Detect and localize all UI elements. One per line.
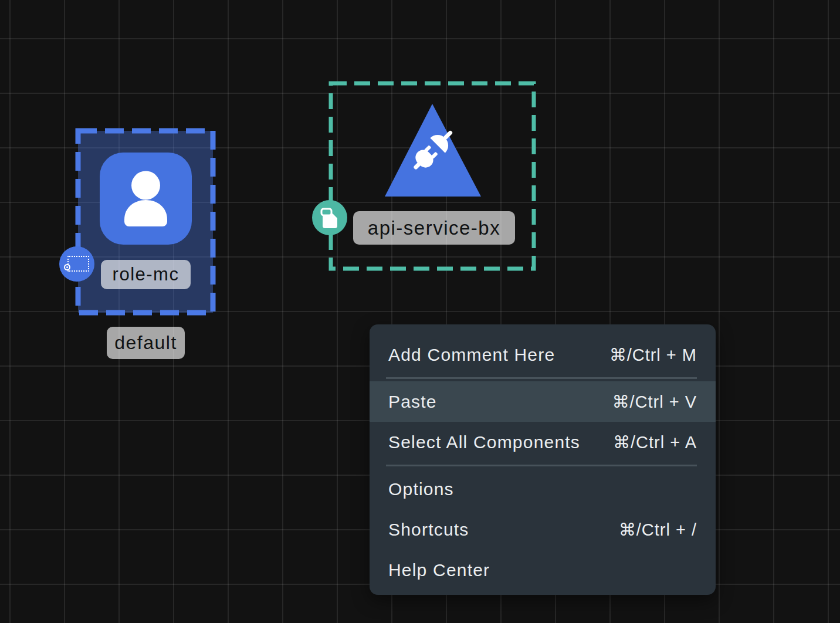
menu-item-shortcut: ⌘/Ctrl + V: [612, 392, 697, 412]
selection-badge[interactable]: [59, 246, 94, 282]
menu-item-shortcut: ⌘/Ctrl + /: [619, 520, 697, 540]
menu-item-label: Add Comment Here: [388, 345, 555, 365]
menu-item-paste[interactable]: Paste ⌘/Ctrl + V: [370, 381, 716, 422]
context-menu: Add Comment Here ⌘/Ctrl + M Paste ⌘/Ctrl…: [370, 324, 716, 595]
node-sublabel-text: default: [114, 332, 177, 354]
user-icon: [100, 153, 192, 245]
role-node-shape[interactable]: [100, 153, 192, 245]
menu-divider: [386, 377, 697, 379]
node-label-api-service-bx[interactable]: api-service-bx: [353, 211, 515, 245]
menu-item-label: Help Center: [388, 560, 490, 580]
menu-item-label: Paste: [388, 392, 437, 412]
menu-item-label: Options: [388, 479, 454, 499]
diagram-canvas[interactable]: role-mc default: [0, 0, 840, 623]
menu-item-add-comment[interactable]: Add Comment Here ⌘/Ctrl + M: [370, 334, 716, 375]
copy-icon: [318, 206, 341, 229]
menu-item-label: Shortcuts: [388, 520, 469, 540]
menu-item-label: Select All Components: [388, 432, 580, 452]
marquee-selection-icon: [65, 253, 89, 275]
node-sublabel-default[interactable]: default: [107, 327, 185, 359]
node-label-role-mc[interactable]: role-mc: [101, 260, 191, 289]
copy-badge[interactable]: [312, 200, 347, 235]
menu-item-shortcut: ⌘/Ctrl + M: [609, 345, 697, 365]
menu-item-help-center[interactable]: Help Center: [370, 550, 716, 590]
menu-item-shortcut: ⌘/Ctrl + A: [613, 432, 697, 452]
menu-divider: [386, 465, 697, 466]
menu-item-select-all[interactable]: Select All Components ⌘/Ctrl + A: [370, 422, 716, 462]
menu-item-options[interactable]: Options: [370, 469, 716, 509]
node-label-text: api-service-bx: [368, 217, 500, 239]
menu-item-shortcuts[interactable]: Shortcuts ⌘/Ctrl + /: [370, 509, 716, 550]
node-label-text: role-mc: [113, 264, 179, 285]
api-node-shape[interactable]: [384, 103, 483, 198]
